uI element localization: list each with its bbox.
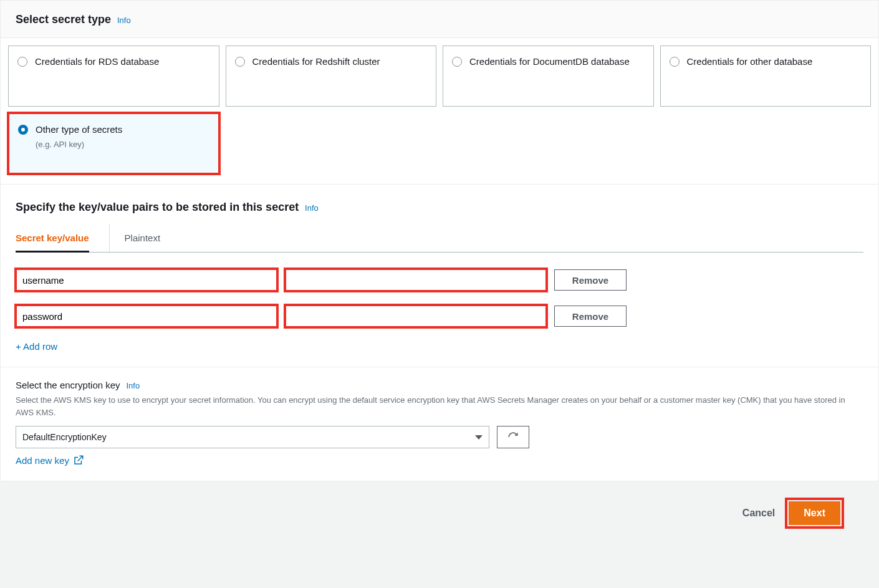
radio-icon: [17, 57, 27, 67]
key-input[interactable]: [16, 305, 277, 327]
option-label: Credentials for other database: [687, 55, 813, 69]
tab-secret-key-value[interactable]: Secret key/value: [16, 224, 89, 252]
info-link-kv[interactable]: Info: [305, 203, 319, 213]
external-link-icon: [73, 455, 84, 466]
cancel-button[interactable]: Cancel: [742, 508, 775, 519]
radio-icon: [670, 57, 680, 67]
option-sublabel: (e.g. API key): [36, 140, 122, 149]
wizard-footer: Cancel Next: [0, 481, 879, 526]
tab-plaintext[interactable]: Plaintext: [109, 224, 161, 252]
section-header-select-type: Select secret type Info: [1, 1, 878, 38]
radio-icon: [452, 57, 462, 67]
secret-type-options-row2: Other type of secrets (e.g. API key): [1, 113, 878, 184]
section-header-kv: Specify the key/value pairs to be stored…: [1, 184, 878, 224]
refresh-button[interactable]: [497, 426, 529, 448]
value-input[interactable]: [285, 269, 547, 291]
info-link-select-type[interactable]: Info: [117, 16, 131, 25]
refresh-icon: [507, 431, 519, 443]
add-new-key-text: Add new key: [16, 455, 69, 466]
kv-title: Specify the key/value pairs to be stored…: [16, 201, 299, 213]
option-other-secrets[interactable]: Other type of secrets (e.g. API key): [8, 113, 219, 174]
option-label: Other type of secrets: [36, 123, 122, 137]
option-rds[interactable]: Credentials for RDS database: [8, 46, 219, 107]
encryption-key-select[interactable]: DefaultEncryptionKey: [16, 426, 489, 448]
option-label: Credentials for DocumentDB database: [469, 55, 630, 69]
add-row-link[interactable]: + Add row: [16, 341, 57, 352]
info-link-encryption[interactable]: Info: [126, 381, 140, 390]
add-new-key-link[interactable]: Add new key: [16, 455, 84, 466]
radio-icon-checked: [18, 125, 28, 135]
next-button[interactable]: Next: [789, 501, 840, 525]
encryption-section: Select the encryption key Info Select th…: [1, 367, 878, 481]
secret-type-options: Credentials for RDS database Credentials…: [1, 38, 878, 107]
kv-row: Remove: [16, 269, 863, 291]
remove-button[interactable]: Remove: [554, 269, 627, 291]
chevron-down-icon: [475, 435, 483, 440]
kv-tabs: Secret key/value Plaintext: [16, 224, 863, 253]
kv-area: Remove Remove + Add row: [1, 253, 878, 357]
value-input[interactable]: [285, 305, 547, 327]
option-redshift[interactable]: Credentials for Redshift cluster: [226, 46, 437, 107]
option-label: Credentials for Redshift cluster: [252, 55, 380, 69]
option-label: Credentials for RDS database: [35, 55, 159, 69]
encryption-title: Select the encryption key: [16, 380, 120, 390]
encryption-key-value: DefaultEncryptionKey: [22, 432, 107, 442]
radio-icon: [235, 57, 245, 67]
remove-button[interactable]: Remove: [554, 306, 627, 327]
encryption-description: Select the AWS KMS key to use to encrypt…: [16, 394, 863, 418]
kv-row: Remove: [16, 305, 863, 327]
option-other-db[interactable]: Credentials for other database: [660, 46, 872, 107]
page-title: Select secret type: [16, 13, 111, 26]
next-button-highlight: Next: [787, 500, 842, 526]
key-input[interactable]: [16, 269, 277, 291]
option-documentdb[interactable]: Credentials for DocumentDB database: [443, 46, 654, 107]
